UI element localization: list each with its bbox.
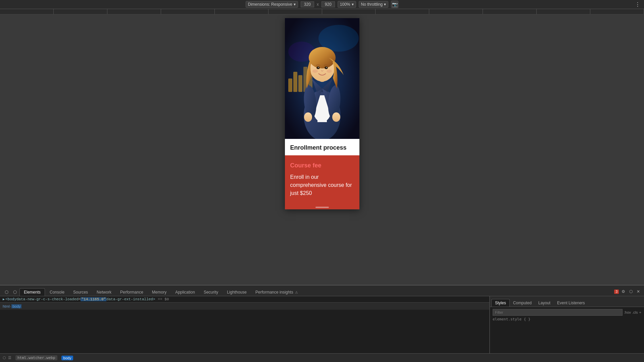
zoom-dropdown-icon: ▾ (352, 2, 354, 7)
svg-point-14 (332, 112, 340, 122)
attr-name-1: data-new-gr-c-s-check-loaded (16, 297, 79, 301)
tab-layout[interactable]: Layout (535, 299, 554, 307)
zoom-selector[interactable]: 100% ▾ (338, 1, 356, 8)
status-icons: ⬡ ☰ (3, 356, 11, 360)
performance-insights-icon: ⚠ (295, 291, 298, 294)
tab-memory-label: Memory (152, 290, 166, 295)
tab-performance-insights[interactable]: Performance insights ⚠ (251, 289, 302, 296)
devtools-panel: ⬡ ⬡ Elements Console Sources Network Per… (0, 285, 644, 362)
throttle-label: No throttling (361, 2, 383, 7)
styles-placeholder: element.style { } (493, 317, 531, 321)
ruler-tick (107, 9, 161, 14)
businesswoman-svg (285, 18, 359, 139)
more-options-button[interactable]: ⋮ (634, 1, 641, 8)
tab-sources[interactable]: Sources (69, 289, 92, 296)
ruler-tick (161, 9, 215, 14)
styles-filter-input[interactable] (493, 309, 623, 316)
tab-event-listeners[interactable]: Event Listeners (554, 299, 588, 307)
devtools-close-icon[interactable]: ✕ (635, 288, 641, 295)
tab-performance[interactable]: Performance (116, 289, 147, 296)
tab-performance-label: Performance (120, 290, 143, 295)
viewport: Enrollment process Course fee Enroll in … (0, 15, 644, 285)
ruler-tick (268, 9, 322, 14)
tab-lighthouse[interactable]: Lighthouse (223, 289, 251, 296)
cls-icon[interactable]: .cls (632, 310, 638, 314)
svg-point-23 (327, 69, 332, 73)
height-input[interactable] (321, 1, 335, 7)
devtools-status-bar: ⬡ ☰ html.watcher.webp body (0, 353, 644, 362)
tab-styles-label: Styles (495, 301, 506, 305)
toggle-device-icon[interactable]: ☰ (8, 356, 11, 360)
tab-elements[interactable]: Elements (19, 288, 45, 296)
inspect-icon[interactable]: ⬡ (3, 356, 6, 360)
ruler-tick (322, 9, 376, 14)
enrollment-title: Enrollment process (290, 144, 354, 151)
hero-image (285, 18, 359, 139)
badge-count: 3 (614, 290, 619, 294)
tab-application[interactable]: Application (171, 289, 199, 296)
dimension-separator: x (317, 2, 319, 7)
throttle-selector[interactable]: No throttling ▾ (359, 1, 389, 8)
attr-name-2: data-gr-ext-installed (106, 297, 153, 301)
zoom-label: 100% (340, 2, 350, 7)
ruler-tick (537, 9, 590, 14)
tab-event-listeners-label: Event Listeners (557, 301, 585, 305)
equals-1: = (79, 297, 81, 301)
dom-sep-1: › (10, 304, 11, 308)
svg-rect-5 (298, 75, 302, 92)
dom-path-body[interactable]: body (11, 304, 21, 308)
plus-icon[interactable]: + (639, 310, 641, 314)
tag-close: > (153, 297, 155, 301)
more-options-icon: ⋮ (635, 1, 640, 8)
mobile-preview-frame: Enrollment process Course fee Enroll in … (285, 18, 359, 209)
svg-rect-4 (293, 72, 297, 92)
tab-console[interactable]: Console (46, 289, 68, 296)
tab-console-label: Console (50, 290, 64, 295)
tab-application-label: Application (175, 290, 195, 295)
body-badge: body (61, 356, 73, 360)
elements-row-html[interactable]: ▶ <body data-new-gr-c-s-check-loaded = "… (0, 296, 489, 302)
dom-path-html[interactable]: html (3, 304, 10, 308)
width-input[interactable] (301, 1, 314, 7)
tab-cursor-icon[interactable]: ⬡ (3, 288, 10, 296)
scroll-indicator (315, 207, 329, 208)
svg-rect-3 (288, 79, 292, 92)
attr-val-1: "14.1165.0" (81, 297, 106, 301)
tab-memory[interactable]: Memory (148, 289, 170, 296)
elements-panel: ▶ <body data-new-gr-c-s-check-loaded = "… (0, 296, 490, 353)
svg-point-17 (309, 47, 336, 68)
hov-icon[interactable]: :hov (624, 310, 631, 314)
right-panel-tabs: Styles Computed Layout Event Listeners (490, 296, 644, 307)
tab-computed[interactable]: Computed (510, 299, 535, 307)
filter-row: :hov .cls + (493, 309, 641, 316)
devtools-main-area: ▶ <body data-new-gr-c-s-check-loaded = "… (0, 296, 644, 353)
tab-lighthouse-label: Lighthouse (227, 290, 247, 295)
tab-security[interactable]: Security (200, 289, 222, 296)
svg-point-21 (326, 67, 327, 68)
ruler-tick (54, 9, 107, 14)
styles-content-area: :hov .cls + element.style { } (490, 307, 644, 353)
devtools-toolbar: Dimensions: Responsive ▾ x 100% ▾ No thr… (0, 0, 644, 9)
tab-network[interactable]: Network (93, 289, 115, 296)
tab-pointer-icon[interactable]: ⬡ (11, 288, 19, 296)
responsive-dropdown-icon: ▾ (294, 2, 296, 7)
html-tag: <body (5, 297, 16, 301)
enrollment-section: Enrollment process (285, 139, 359, 155)
capture-screenshot-button[interactable]: 📷 (391, 1, 398, 8)
styles-panel: Styles Computed Layout Event Listeners :… (490, 296, 644, 353)
tab-layout-label: Layout (538, 301, 550, 305)
devtools-dock-icon[interactable]: ⬡ (628, 288, 634, 295)
ruler-tick (590, 9, 644, 14)
course-fee-card: Course fee Enroll in our comprehensive c… (285, 155, 359, 205)
equals-dollar: == $0 (158, 297, 169, 301)
html-watcher-badge: html.watcher.webp (15, 355, 57, 360)
responsive-mode-selector[interactable]: Dimensions: Responsive ▾ (246, 1, 298, 8)
camera-icon: 📷 (392, 2, 398, 7)
responsive-label: Dimensions: Responsive (248, 2, 292, 7)
tab-styles[interactable]: Styles (491, 299, 510, 307)
ruler (0, 9, 644, 14)
svg-point-22 (312, 69, 318, 73)
tab-security-label: Security (204, 290, 218, 295)
svg-rect-10 (317, 95, 327, 122)
devtools-settings-icon[interactable]: ⚙ (620, 288, 627, 295)
